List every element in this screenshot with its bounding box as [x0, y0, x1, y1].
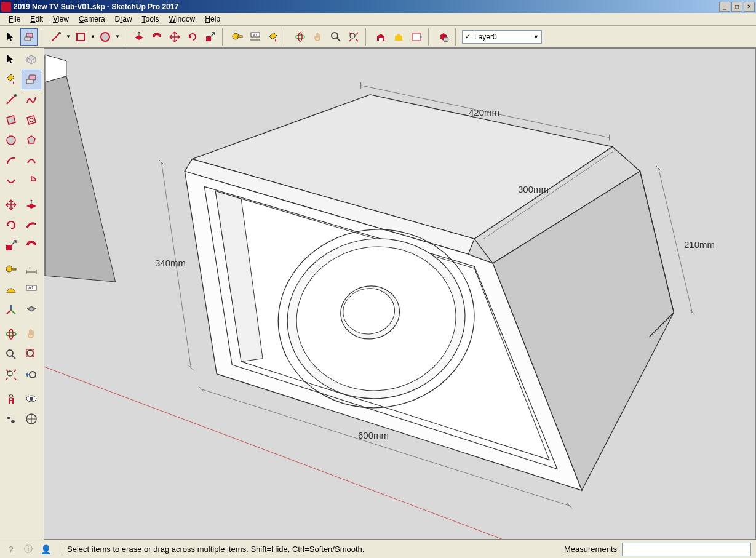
zoom-extents-tool[interactable]	[345, 28, 362, 46]
minimize-button[interactable]: _	[719, 2, 730, 12]
svg-point-38	[6, 332, 16, 336]
shapes-tool[interactable]	[72, 28, 89, 46]
menu-window[interactable]: Window	[164, 14, 201, 25]
layout-tool[interactable]	[408, 28, 425, 46]
side-line-tool[interactable]	[1, 90, 21, 110]
zoom-tool[interactable]	[327, 28, 344, 46]
line-dropdown[interactable]: ▼	[65, 28, 71, 46]
side-look-tool[interactable]	[22, 389, 41, 409]
side-select-tool[interactable]	[1, 49, 21, 69]
side-toolbar: * A1	[0, 48, 44, 540]
warehouse-3d-tool[interactable]	[372, 28, 389, 46]
svg-line-67	[161, 162, 191, 368]
maximize-button[interactable]: □	[731, 2, 742, 12]
side-rotrect-tool[interactable]	[22, 110, 41, 130]
side-zoom-tool[interactable]	[1, 345, 21, 364]
side-arc-tool[interactable]	[1, 151, 21, 170]
svg-point-13	[298, 33, 302, 41]
side-offset-tool[interactable]	[22, 236, 41, 255]
line-tool[interactable]	[47, 28, 65, 46]
side-tape-tool[interactable]	[1, 260, 21, 279]
scale-tool[interactable]	[202, 28, 219, 46]
viewport-3d[interactable]: 420mm 300mm 210mm 340mm 600mm	[44, 48, 756, 540]
side-arc3-tool[interactable]	[1, 171, 21, 191]
eraser-tool[interactable]	[20, 28, 38, 46]
svg-point-48	[30, 397, 33, 401]
close-button[interactable]: ×	[744, 2, 755, 12]
side-eraser-tool[interactable]	[22, 70, 41, 89]
svg-rect-18	[413, 33, 420, 41]
menu-view[interactable]: View	[48, 14, 74, 25]
svg-rect-26	[6, 245, 12, 250]
tape-tool[interactable]	[229, 28, 246, 46]
svg-point-19	[444, 37, 448, 42]
svg-point-40	[7, 350, 13, 356]
orbit-tool[interactable]	[292, 28, 309, 46]
menu-edit[interactable]: Edit	[25, 14, 48, 25]
side-orbit-tool[interactable]	[1, 324, 21, 344]
svg-line-22	[7, 95, 15, 104]
offset-tool[interactable]	[148, 28, 165, 46]
side-circle-tool[interactable]	[1, 130, 21, 150]
measurements-input[interactable]	[622, 543, 751, 556]
svg-line-2	[52, 33, 60, 41]
side-text-tool[interactable]: A1	[22, 280, 41, 300]
shapes-dropdown[interactable]: ▼	[90, 28, 96, 46]
menu-tools[interactable]: Tools	[137, 14, 164, 25]
side-axes-tool[interactable]	[1, 300, 21, 320]
svg-line-36	[7, 310, 11, 314]
paint-tool[interactable]	[265, 28, 282, 46]
side-position-tool[interactable]	[1, 389, 21, 409]
layer-selector[interactable]: ✓ Layer0 ▼	[462, 30, 542, 44]
dimension-tool[interactable]: A1	[247, 28, 264, 46]
menu-file[interactable]: File	[4, 14, 25, 25]
side-zoomwin-tool[interactable]	[22, 345, 41, 364]
side-rotate-tool[interactable]	[1, 215, 21, 235]
measurements-label: Measurements	[564, 544, 622, 554]
info-icon[interactable]: ⓘ	[22, 543, 34, 556]
svg-line-37	[11, 310, 15, 314]
side-pie-tool[interactable]	[22, 171, 41, 191]
svg-point-23	[14, 94, 17, 97]
side-protractor-tool[interactable]	[1, 280, 21, 300]
side-arc2-tool[interactable]	[22, 151, 41, 170]
svg-point-5	[101, 33, 109, 41]
pushpull-tool[interactable]	[130, 28, 148, 46]
warehouse-ext-tool[interactable]	[390, 28, 407, 46]
arcs-dropdown[interactable]: ▼	[114, 28, 121, 46]
side-section-tool[interactable]	[22, 300, 41, 320]
move-tool[interactable]	[166, 28, 183, 46]
rotate-tool[interactable]	[184, 28, 201, 46]
side-followme-tool[interactable]	[22, 215, 41, 235]
side-rectangle-tool[interactable]	[1, 110, 21, 130]
side-zoomext-tool[interactable]	[1, 365, 21, 385]
side-pushpull-tool[interactable]	[22, 195, 41, 215]
side-freehand-tool[interactable]	[22, 90, 41, 110]
help-icon[interactable]: ?	[5, 543, 17, 556]
side-polygon-tool[interactable]	[22, 130, 41, 150]
side-pan-tool[interactable]	[22, 324, 41, 344]
side-makecomponent-tool[interactable]	[22, 49, 41, 69]
side-scale-tool[interactable]	[1, 236, 21, 255]
svg-line-15	[337, 38, 340, 41]
menu-camera[interactable]: Camera	[74, 14, 110, 25]
side-dimension-tool[interactable]: *	[22, 260, 41, 279]
pan-tool[interactable]	[309, 28, 327, 46]
select-tool[interactable]	[2, 28, 20, 46]
menu-help[interactable]: Help	[200, 14, 225, 25]
extmgr-tool[interactable]	[435, 28, 452, 46]
arcs-tool[interactable]	[97, 28, 114, 46]
svg-point-14	[332, 33, 338, 39]
svg-text:A1: A1	[253, 33, 258, 37]
menu-draw[interactable]: Draw	[110, 14, 137, 25]
side-paint-tool[interactable]	[1, 70, 21, 89]
side-walk-tool[interactable]	[1, 409, 21, 429]
side-move-tool[interactable]	[1, 195, 21, 215]
svg-point-24	[30, 118, 33, 122]
main-toolbar: ▼ ▼ ▼ A1 ✓ Layer0 ▼	[0, 26, 756, 48]
statusbar: ? ⓘ 👤 Select items to erase or drag acro…	[0, 540, 756, 558]
svg-line-72	[567, 503, 572, 508]
user-icon[interactable]: 👤	[39, 543, 52, 556]
side-model-info-tool[interactable]	[22, 409, 41, 429]
side-prevview-tool[interactable]	[22, 365, 41, 385]
